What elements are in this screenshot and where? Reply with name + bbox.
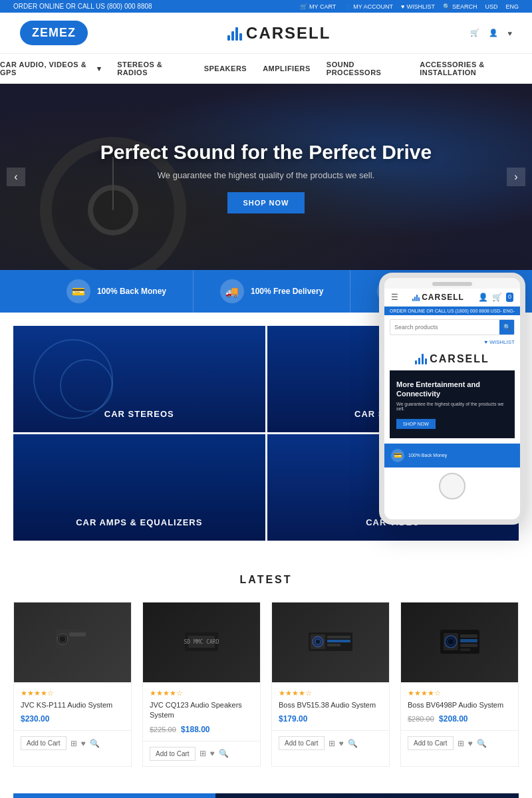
phone-brand-name: CARSELL — [422, 293, 464, 302]
product-info-3: ★★★★☆ Boss BV515.38 Audio System $179.00 — [272, 682, 389, 730]
account-link[interactable]: 👤 MY ACCOUNT — [344, 3, 393, 10]
compare-icon-3[interactable]: ⊞ — [329, 739, 335, 748]
zoom-icon-1[interactable]: 🔍 — [90, 739, 100, 748]
nav-item-amplifiers[interactable]: AMPLIFIERS — [263, 61, 311, 76]
header-icons: 🛒 👤 ♥ — [470, 29, 512, 37]
bar2 — [231, 31, 234, 41]
phone-home-button[interactable] — [439, 473, 466, 499]
wishlist-icon-1[interactable]: ♥ — [81, 739, 86, 748]
product-actions-3: Add to Cart ⊞ ♥ 🔍 — [272, 730, 389, 755]
brand-name: CARSELL — [246, 24, 331, 43]
wishlist-icon-3[interactable]: ♥ — [339, 739, 344, 748]
add-to-cart-button-4[interactable]: Add to Cart — [408, 736, 454, 750]
wishlist-icon-2[interactable]: ♥ — [210, 749, 215, 758]
svg-rect-4 — [69, 638, 86, 640]
header-cart-icon[interactable]: 🛒 — [470, 29, 479, 37]
bar3 — [235, 27, 238, 41]
svg-rect-15 — [327, 644, 340, 646]
hero-prev-arrow[interactable]: ‹ — [7, 168, 25, 186]
free-delivery-label: 100% Free Delivery — [251, 287, 323, 296]
product-price-3: $179.00 — [279, 714, 382, 724]
phone-wishlist[interactable]: ♥ WISHLIST — [384, 339, 520, 348]
latest-title: LATEST — [13, 574, 519, 586]
phone-cart-icon[interactable]: 🛒 — [492, 293, 502, 302]
phone-blue-bar: ORDER ONLINE OR CALL US (1800) 000 8808 … — [384, 307, 520, 315]
product-img-placeholder-2: SD MMC CARD — [143, 602, 260, 682]
wishlist-icon-4[interactable]: ♥ — [468, 739, 473, 748]
product-old-price-2: $225.00 — [150, 726, 176, 733]
product-stars-2: ★★★★☆ — [150, 689, 253, 698]
phone-search-button[interactable]: 🔍 — [499, 320, 514, 334]
compare-icon-4[interactable]: ⊞ — [458, 739, 464, 748]
search-link[interactable]: 🔍 SEARCH — [443, 3, 477, 10]
product-info-4: ★★★★☆ Boss BV6498P Audio System $280.00 … — [401, 682, 518, 730]
category-car-stereos[interactable]: CAR STEREOS — [13, 326, 265, 432]
phone-logo: CARSELL — [412, 293, 464, 302]
phone-header-icons: 👤 🛒 0 — [478, 293, 513, 302]
main-nav: CAR AUDIO, VIDEOS & GPS ▾ STEREOS & RADI… — [0, 54, 532, 84]
product-card-2[interactable]: SD MMC CARD ★★★★☆ JVC CQ123 Audio Speake… — [142, 602, 261, 767]
svg-rect-20 — [460, 634, 477, 638]
phone-mockup: ☰ CARSELL 👤 🛒 0 ORDER ONLINE OR CALL US … — [379, 273, 525, 525]
svg-rect-3 — [69, 632, 86, 636]
product-card-4[interactable]: ★★★★☆ Boss BV6498P Audio System $280.00 … — [400, 602, 519, 767]
phone-search[interactable]: 🔍 — [390, 319, 515, 335]
phone-wishlist-label: WISHLIST — [489, 339, 515, 345]
product-old-price-4: $280.00 — [408, 715, 434, 723]
cat-stereos-label: CAR STEREOS — [13, 396, 265, 432]
nav-item-audio-videos-gps[interactable]: CAR AUDIO, VIDEOS & GPS ▾ — [0, 61, 101, 76]
hero-next-arrow[interactable]: › — [507, 168, 525, 186]
product-price-2: $225.00 $188.00 — [150, 725, 253, 734]
svg-point-2 — [59, 636, 66, 642]
category-car-amps[interactable]: CAR AMPS & EQUALIZERS — [13, 434, 265, 541]
compare-icon-1[interactable]: ⊞ — [70, 739, 77, 748]
product-card-3[interactable]: ★★★★☆ Boss BV515.38 Audio System $179.00… — [271, 602, 390, 767]
svg-rect-14 — [327, 640, 350, 642]
compare-icon-2[interactable]: ⊞ — [200, 749, 206, 758]
currency-selector[interactable]: USD — [485, 3, 497, 10]
nav-dropdown-arrow: ▾ — [97, 65, 102, 73]
header-account-icon[interactable]: 👤 — [489, 29, 498, 37]
phone-account-icon[interactable]: 👤 — [478, 293, 488, 302]
zoom-icon-2[interactable]: 🔍 — [219, 749, 229, 758]
product-stars-3: ★★★★☆ — [279, 689, 382, 698]
cart-link[interactable]: 🛒 MY CART — [300, 3, 336, 10]
brand-logo[interactable]: CARSELL — [227, 24, 331, 43]
phone-hero: More Entertainment and Connectivity We g… — [390, 370, 515, 438]
nav-item-speakers[interactable]: SPEAKERS — [204, 61, 247, 76]
phone-hero-cta[interactable]: SHOP NOW — [396, 419, 436, 429]
nav-item-accessories[interactable]: ACCESSORIES & INSTALLATION — [420, 61, 532, 76]
back-money-label: 100% Back Money — [97, 287, 166, 296]
feature-back-money: 💳 100% Back Money — [40, 270, 194, 313]
product-actions-4: Add to Cart ⊞ ♥ 🔍 — [401, 730, 518, 755]
product-stars-1: ★★★★☆ — [21, 689, 124, 698]
zoom-icon-3[interactable]: 🔍 — [348, 739, 358, 748]
hero-banner: ‹ Perfect Sound for the Perfect Drive We… — [0, 84, 532, 270]
add-to-cart-button-2[interactable]: Add to Cart — [150, 747, 196, 761]
svg-rect-22 — [460, 644, 477, 647]
svg-rect-13 — [327, 636, 350, 638]
product-actions-1: Add to Cart ⊞ ♥ 🔍 — [14, 730, 131, 755]
zoom-icon-4[interactable]: 🔍 — [477, 739, 487, 748]
categories-section: CAR STEREOS CAR SPEAKERS CAR AMPS & EQUA… — [0, 313, 532, 554]
phone-hero-subtitle: We guarantee the highest quality of the … — [396, 402, 508, 411]
pb1 — [412, 299, 414, 301]
header-wishlist-icon[interactable]: ♥ — [507, 29, 512, 37]
add-to-cart-button-1[interactable]: Add to Cart — [21, 736, 66, 750]
zemez-logo[interactable]: ZEMEZ — [20, 21, 88, 45]
product-card-1[interactable]: ★★★★☆ JVC KS-P111 Audio System $230.00 A… — [13, 602, 132, 767]
phone-menu-icon[interactable]: ☰ — [391, 293, 398, 302]
product-image-3 — [272, 602, 389, 682]
wishlist-link[interactable]: ♥ WISHLIST — [401, 3, 435, 10]
offer-left: SPESIAL OFFER 10% OFF ON ORDER OVER $300… — [13, 793, 215, 798]
nav-item-stereos-radios[interactable]: STEREOS & RADIOS — [117, 61, 188, 76]
hero-shop-now-button[interactable]: SHOP NOW — [227, 192, 305, 213]
phone-search-input[interactable] — [390, 321, 499, 333]
back-money-icon: 💳 — [66, 279, 90, 303]
lang-selector[interactable]: ENG — [505, 3, 519, 10]
phone-header: ☰ CARSELL 👤 🛒 0 — [384, 289, 520, 307]
nav-item-sound-processors[interactable]: SOUND PROCESSORS — [327, 61, 404, 76]
plb1 — [415, 360, 417, 364]
brand-bar-icon — [227, 26, 242, 41]
add-to-cart-button-3[interactable]: Add to Cart — [279, 736, 325, 750]
